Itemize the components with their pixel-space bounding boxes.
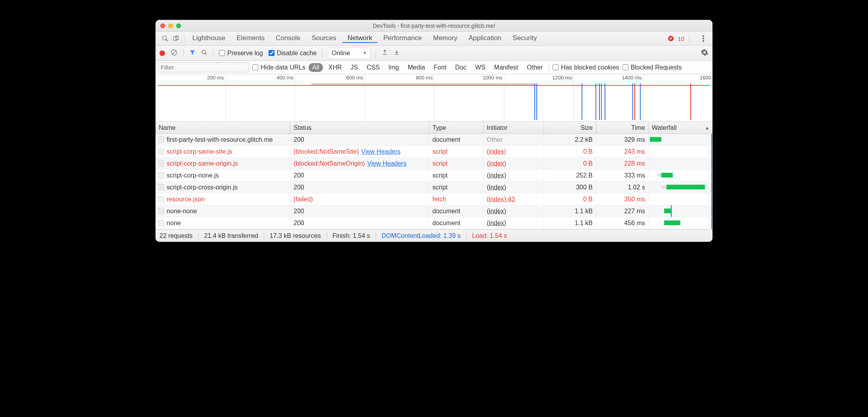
column-initiator[interactable]: Initiator [484,122,544,133]
more-menu-icon[interactable] [700,35,707,42]
tab-elements[interactable]: Elements [231,34,270,42]
request-row[interactable]: script-corp-cross-origin.js200script(ind… [156,181,712,193]
filter-type-other[interactable]: Other [524,63,546,72]
cell-time: 243 ms [596,146,649,157]
cell-initiator: Other [484,134,544,145]
preserve-log-checkbox[interactable]: Preserve log [219,50,263,57]
request-row[interactable]: script-corp-none.js200script(index)252 B… [156,170,712,181]
cell-type: script [429,146,484,157]
initiator-link[interactable]: (index) [487,148,506,155]
column-name[interactable]: Name [156,122,290,133]
filter-type-font[interactable]: Font [430,63,449,72]
filter-type-manifest[interactable]: Manifest [491,63,521,72]
error-count[interactable]: 10 [678,35,684,42]
upload-har-icon[interactable] [382,49,388,57]
filter-toggle-icon[interactable] [189,49,196,57]
cell-initiator: (index):43 [484,193,544,205]
cell-name: resource.json [156,193,290,205]
cell-time: 329 ms [596,134,649,145]
request-row[interactable]: script-corp-same-origin.js(blocked:NotSa… [156,158,712,170]
view-headers-link[interactable]: View Headers [367,160,407,167]
filter-type-js[interactable]: JS [348,63,361,72]
tab-performance[interactable]: Performance [378,34,427,42]
status-transferred: 21.4 kB transferred [204,232,258,239]
tab-network[interactable]: Network [342,34,378,43]
error-badge-icon[interactable] [668,36,674,41]
cell-size: 0 B [544,193,596,205]
inspect-icon[interactable] [159,35,171,42]
cell-size: 252 B [544,170,596,181]
cell-name: first-party-test-with-resource.glitch.me [156,134,290,145]
tab-console[interactable]: Console [270,34,306,42]
filter-type-img[interactable]: Img [385,63,402,72]
initiator-link[interactable]: (index) [487,220,506,227]
disable-cache-checkbox[interactable]: Disable cache [269,50,317,57]
throttling-select[interactable]: Online ▼ [328,48,370,59]
cell-time: 333 ms [596,170,649,181]
request-row[interactable]: script-corp-same-site.js(blocked:NotSame… [156,146,712,158]
filter-type-doc[interactable]: Doc [452,63,469,72]
cell-status: 200 [290,134,429,145]
status-resources: 17.3 kB resources [270,232,321,239]
clear-button[interactable] [171,49,178,58]
has-blocked-cookies-checkbox[interactable]: Has blocked cookies [553,64,619,71]
cell-waterfall [649,170,712,181]
view-headers-link[interactable]: View Headers [361,148,401,155]
tab-security[interactable]: Security [507,34,542,42]
cell-time: 227 ms [596,205,649,217]
request-row[interactable]: resource.json(failed)fetch(index):430 B3… [156,193,712,205]
initiator-link[interactable]: (index) [487,172,506,179]
request-table: first-party-test-with-resource.glitch.me… [156,134,712,229]
tab-lighthouse[interactable]: Lighthouse [187,34,231,42]
request-row[interactable]: none-none200document(index)1.1 kB227 ms [156,205,712,217]
cell-waterfall [649,205,712,217]
status-load: Load: 1.54 s [472,232,507,239]
filter-type-css[interactable]: CSS [363,63,383,72]
cell-waterfall [649,193,712,205]
timeline-tick: 1400 ms [643,74,643,122]
column-status[interactable]: Status [290,122,429,133]
cell-name: script-corp-same-origin.js [156,158,290,169]
column-size[interactable]: Size [544,122,596,133]
cell-size: 0 B [544,146,596,157]
record-button[interactable] [159,50,165,56]
initiator-link[interactable]: (index) [487,160,506,167]
cell-status: (failed) [290,193,429,205]
file-icon [159,208,164,214]
window-title: DevTools - first-party-test-with-resourc… [156,23,712,29]
cell-initiator: (index) [484,205,544,217]
timeline-tick: 600 ms [365,74,365,122]
cell-status: 200 [290,205,429,217]
search-icon[interactable] [201,49,207,57]
tab-memory[interactable]: Memory [428,34,463,42]
hide-data-urls-checkbox[interactable]: Hide data URLs [252,64,305,71]
filter-type-media[interactable]: Media [405,63,428,72]
filter-type-xhr[interactable]: XHR [325,63,345,72]
filter-type-all[interactable]: All [309,63,323,72]
request-row[interactable]: none200document(index)1.1 kB456 ms [156,217,712,229]
filter-input[interactable] [158,62,249,72]
cell-name: none-none [156,205,290,217]
tab-sources[interactable]: Sources [306,34,342,42]
filter-type-ws[interactable]: WS [472,63,489,72]
blocked-requests-checkbox[interactable]: Blocked Requests [622,64,682,71]
download-har-icon[interactable] [394,49,400,57]
initiator-link[interactable]: (index):43 [487,196,515,203]
timeline-overview[interactable]: 200 ms400 ms600 ms800 ms1000 ms1200 ms14… [156,74,712,122]
column-time[interactable]: Time [596,122,649,133]
cell-size: 2.2 kB [544,134,596,145]
initiator-link[interactable]: (index) [487,184,506,191]
column-type[interactable]: Type [429,122,484,133]
cell-name: script-corp-cross-origin.js [156,181,290,193]
cell-name: script-corp-none.js [156,170,290,181]
cell-size: 0 B [544,158,596,169]
column-waterfall[interactable]: Waterfall▲ [649,122,712,133]
device-toggle-icon[interactable] [171,35,182,42]
request-row[interactable]: first-party-test-with-resource.glitch.me… [156,134,712,146]
tab-application[interactable]: Application [463,34,507,42]
settings-icon[interactable] [701,48,709,58]
cell-type: fetch [429,193,484,205]
initiator-link[interactable]: (index) [487,208,506,215]
cell-size: 300 B [544,181,596,193]
titlebar: DevTools - first-party-test-with-resourc… [156,20,712,32]
